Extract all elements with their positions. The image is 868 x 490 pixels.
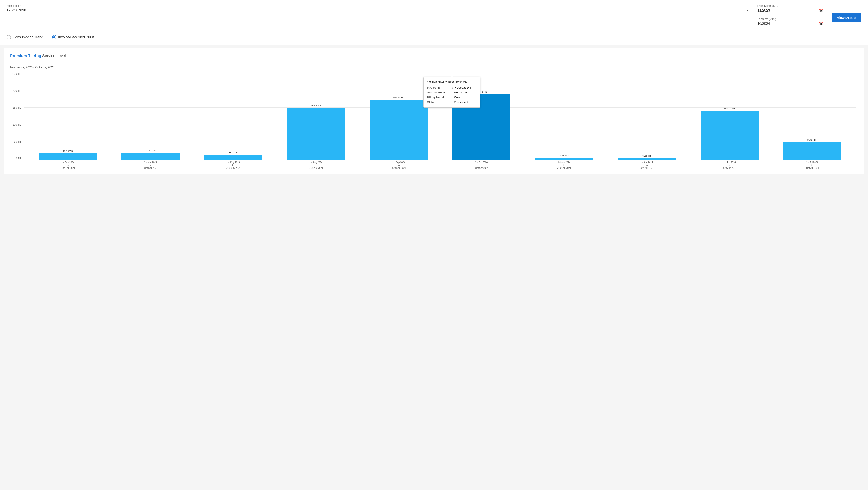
from-month-label: From Month (UTC) — [757, 4, 823, 7]
bar[interactable] — [701, 111, 758, 160]
bar[interactable] — [204, 155, 262, 160]
bar-value-label: 6.25 TiB — [642, 154, 651, 157]
radio-invoiced[interactable]: Invoiced Accrued Burst — [52, 35, 94, 39]
radio-label-consumption: Consumption Trend — [13, 35, 43, 39]
tooltip-val-invoice: INV00038144 — [454, 85, 471, 90]
bar-value-label: 7.19 TiB — [560, 154, 568, 157]
y-axis-label: 250 TiB — [10, 72, 23, 75]
x-axis-label: 1st May 2024to31st May 2024 — [192, 160, 275, 169]
bar-group[interactable]: 155.74 TiB — [688, 107, 771, 160]
x-axis-label: 1st Feb 2024to29th Feb 2024 — [27, 160, 109, 169]
bar-value-label: 190.68 TiB — [393, 96, 405, 99]
x-axis-label: 1st Sep 2024to30th Sep 2024 — [357, 160, 440, 169]
chart-inner: 0 TiB50 TiB100 TiB150 TiB200 TiB250 TiB … — [10, 72, 858, 169]
from-month-input-row[interactable]: 11/2023 📅 — [757, 8, 823, 14]
tooltip-key-burst: Accrued Burst — [427, 90, 451, 95]
tooltip-row-burst: Accrued Burst : 208.72 TiB — [427, 90, 476, 95]
subscription-select[interactable]: 1234567890 ▼ — [6, 8, 749, 14]
x-axis-label: 1st Mar 2024to31st Mar 2024 — [109, 160, 192, 169]
from-month-value: 11/2023 — [757, 8, 819, 12]
bar-value-label: 16.2 TiB — [229, 151, 238, 154]
subscription-section: Subscription 1234567890 ▼ — [6, 4, 749, 14]
x-axis-label: 1st Apr 2024to30th Apr 2024 — [606, 160, 688, 169]
y-axis-label: 50 TiB — [10, 140, 23, 143]
view-details-button[interactable]: View Details — [832, 13, 862, 22]
tooltip-colon-burst: : — [452, 90, 453, 95]
y-axis-label: 200 TiB — [10, 89, 23, 92]
y-axis-label: 0 TiB — [10, 157, 23, 160]
tooltip-arrow-inner — [450, 75, 453, 77]
calendar-icon-from[interactable]: 📅 — [819, 8, 823, 12]
panel-title-bold: Premium Tiering — [10, 54, 41, 58]
from-month-field: From Month (UTC) 11/2023 📅 — [757, 4, 823, 14]
panel-title: Premium Tiering Service Level — [10, 54, 858, 58]
tooltip-colon: : — [452, 85, 453, 90]
tooltip-date: 1st Oct 2024 to 31st Oct 2024 — [427, 80, 476, 85]
tooltip-key-invoice: Invoice No — [427, 85, 451, 90]
tooltip-row-status: Status : Processed — [427, 100, 476, 105]
bar[interactable] — [287, 108, 345, 160]
bar[interactable] — [370, 100, 428, 160]
x-axis-label: 1st Aug 2024to31st Aug 2024 — [275, 160, 357, 169]
subscription-label: Subscription — [6, 4, 749, 7]
bar-group[interactable]: 16.2 TiB — [192, 151, 275, 160]
x-axis-label: 1st Jan 2024to31st Jan 2024 — [523, 160, 606, 169]
bar[interactable] — [122, 153, 179, 160]
radio-consumption[interactable]: Consumption Trend — [6, 35, 43, 39]
tooltip-val-burst: 208.72 TiB — [454, 90, 468, 95]
calendar-icon-to[interactable]: 📅 — [819, 22, 823, 26]
chart-area: 0 TiB50 TiB100 TiB150 TiB200 TiB250 TiB … — [10, 72, 858, 169]
main-panel: Premium Tiering Service Level November, … — [3, 49, 865, 174]
bar-value-label: 155.74 TiB — [724, 107, 735, 110]
bar[interactable] — [618, 158, 676, 160]
x-axis-label: 1st Jul 2024to31st Jul 2024 — [771, 160, 854, 169]
tooltip-key-status: Status — [427, 100, 451, 105]
x-labels-container: 1st Feb 2024to29th Feb 20241st Mar 2024t… — [24, 160, 856, 169]
bar-value-label: 23.13 TiB — [145, 149, 155, 152]
radio-circle-consumption — [6, 35, 11, 39]
to-month-label: To Month (UTC) — [757, 18, 823, 21]
tooltip-row-invoice: Invoice No : INV00038144 — [427, 85, 476, 90]
bar[interactable] — [39, 153, 97, 160]
y-axis-label: 100 TiB — [10, 123, 23, 126]
y-axis: 0 TiB50 TiB100 TiB150 TiB200 TiB250 TiB — [10, 72, 23, 160]
x-axis-label: 1st Oct 2024to31st Oct 2024 — [440, 160, 523, 169]
y-axis-label: 150 TiB — [10, 106, 23, 109]
bar[interactable] — [783, 142, 841, 160]
bar-value-label: 56.06 TiB — [807, 139, 817, 141]
tooltip-row-billing: Billing Period : Month — [427, 95, 476, 100]
tooltip-colon-status: : — [452, 100, 453, 105]
top-panel: Subscription 1234567890 ▼ From Month (UT… — [0, 0, 868, 45]
tooltip-colon-billing: : — [452, 95, 453, 100]
bar-group[interactable]: 56.06 TiB — [771, 139, 854, 160]
bar-value-label: 20.39 TiB — [63, 150, 73, 153]
bar-group[interactable]: 20.39 TiB — [27, 150, 109, 160]
to-month-field: To Month (UTC) 10/2024 📅 — [757, 18, 823, 27]
tooltip-val-status: Processed — [454, 100, 468, 105]
tooltip-val-billing: Month — [454, 95, 462, 100]
bar[interactable] — [535, 158, 593, 160]
bar-group[interactable]: 6.25 TiB — [606, 154, 688, 160]
radio-dot-invoiced — [53, 36, 55, 38]
bar-group[interactable]: 23.13 TiB — [109, 149, 192, 160]
to-month-value: 10/2024 — [757, 22, 819, 26]
radio-label-invoiced: Invoiced Accrued Burst — [58, 35, 94, 39]
date-range-label: November, 2023 - October, 2024 — [10, 65, 858, 69]
tooltip-arrow — [450, 75, 454, 77]
tooltip-key-billing: Billing Period — [427, 95, 451, 100]
bar-group[interactable]: 165.4 TiB — [275, 104, 357, 160]
bar-tooltip: 1st Oct 2024 to 31st Oct 2024 Invoice No… — [423, 77, 480, 108]
chart-plot: 20.39 TiB23.13 TiB16.2 TiB165.4 TiB190.6… — [24, 72, 856, 160]
bar-group[interactable]: 7.19 TiB — [523, 154, 606, 160]
chevron-down-icon: ▼ — [746, 9, 749, 12]
to-month-input-row[interactable]: 10/2024 📅 — [757, 22, 823, 27]
radio-options-row: Consumption Trend Invoiced Accrued Burst — [6, 35, 862, 39]
x-axis-label: 1st Jun 2024to30th Jun 2024 — [688, 160, 771, 169]
radio-circle-invoiced — [52, 35, 57, 39]
subscription-value: 1234567890 — [6, 8, 746, 12]
bar-value-label: 165.4 TiB — [311, 104, 321, 107]
date-section: From Month (UTC) 11/2023 📅 To Month (UTC… — [757, 4, 823, 31]
panel-title-gray: Service Level — [42, 54, 66, 58]
